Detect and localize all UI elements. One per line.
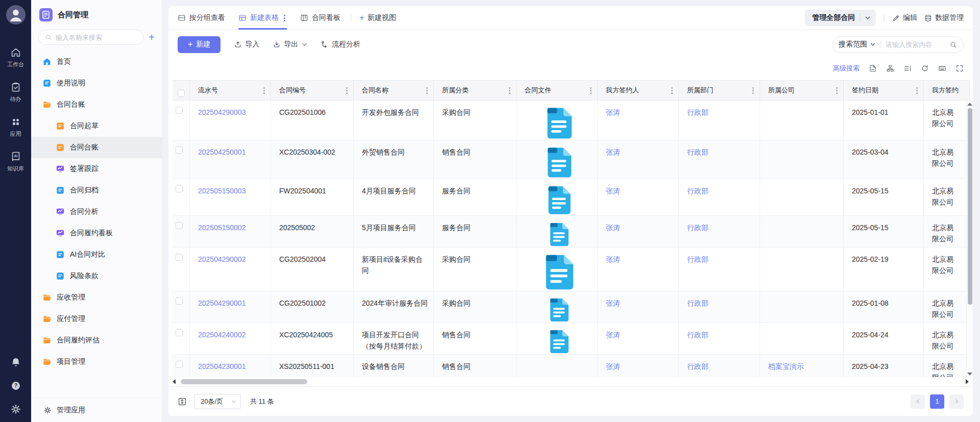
cell-value-signer[interactable]: 张涛 xyxy=(606,148,620,156)
add-button[interactable]: + xyxy=(149,32,155,42)
file-icon[interactable] xyxy=(525,297,593,322)
cell-value-serial[interactable]: 202504290001 xyxy=(198,299,246,307)
sidebar-item-合同台账[interactable]: 合同台账 xyxy=(31,137,162,158)
settings-icon[interactable] xyxy=(10,404,21,415)
file-icon[interactable] xyxy=(525,254,593,291)
cell-value-dept[interactable]: 行政部 xyxy=(687,255,708,263)
doc-export-icon[interactable] xyxy=(869,64,877,72)
scroll-down-arrow[interactable] xyxy=(967,373,972,376)
cell-value-dept[interactable]: 行政部 xyxy=(687,108,708,116)
kebab-icon[interactable] xyxy=(282,14,287,22)
vertical-scrollbar[interactable] xyxy=(966,101,973,377)
page-size-select[interactable]: 20条/页 xyxy=(194,394,241,409)
cell-value-dept[interactable]: 行政部 xyxy=(687,362,708,370)
search-icon[interactable] xyxy=(949,41,957,48)
refresh-icon[interactable] xyxy=(921,64,929,72)
edit-button[interactable]: 编辑 xyxy=(892,13,917,22)
sidebar-item-合同归档[interactable]: 合同归档 xyxy=(31,180,162,201)
tab-按分组查看[interactable]: 按分组查看 xyxy=(178,6,225,30)
row-checkbox[interactable] xyxy=(176,329,183,336)
cell-value-company[interactable]: 档案宝演示 xyxy=(768,362,804,370)
keyboard-icon[interactable] xyxy=(938,64,946,72)
sidebar-item-合同起草[interactable]: 合同起草 xyxy=(31,115,162,137)
tab-新建表格[interactable]: 新建表格 xyxy=(238,6,287,30)
row-checkbox[interactable] xyxy=(176,185,183,192)
cell-value-signer[interactable]: 张涛 xyxy=(606,362,620,370)
horizontal-scroll-thumb[interactable] xyxy=(181,379,307,384)
sidebar-item-应付管理[interactable]: 应付管理 xyxy=(31,308,162,330)
rail-item-应用[interactable]: 应用 xyxy=(7,116,24,138)
row-checkbox[interactable] xyxy=(176,146,183,154)
sidebar-item-合同分析[interactable]: 合同分析 xyxy=(31,201,162,222)
scroll-right-arrow[interactable] xyxy=(966,379,969,384)
sidebar-item-首页[interactable]: 首页 xyxy=(31,51,162,72)
sidebar-item-应收管理[interactable]: 应收管理 xyxy=(31,287,162,308)
cell-value-dept[interactable]: 行政部 xyxy=(687,187,708,195)
column-settings-icon[interactable] xyxy=(903,64,912,72)
manage-app-button[interactable]: 管理应用 xyxy=(31,398,162,422)
kebab-icon[interactable] xyxy=(589,86,593,95)
sidebar-item-签署跟踪[interactable]: 签署跟踪 xyxy=(31,158,162,180)
cell-value-signer[interactable]: 张涛 xyxy=(606,299,620,307)
cell-value-serial[interactable]: 202505150003 xyxy=(198,187,246,195)
flow-analysis-button[interactable]: 流程分析 xyxy=(321,40,360,49)
cell-value-signer[interactable]: 张涛 xyxy=(606,224,620,232)
cell-value-signer[interactable]: 张涛 xyxy=(606,187,620,195)
file-icon[interactable] xyxy=(525,329,593,354)
page-button-1[interactable]: 1 xyxy=(930,394,944,409)
row-checkbox[interactable] xyxy=(176,297,183,305)
prev-page-button[interactable] xyxy=(911,394,925,409)
cell-value-serial[interactable]: 202504290002 xyxy=(198,255,246,263)
sidebar-item-AI合同对比[interactable]: AI合同对比 xyxy=(31,244,162,265)
sidebar-item-风险条款[interactable]: 风险条款 xyxy=(31,265,162,287)
cell-value-dept[interactable]: 行政部 xyxy=(687,331,708,339)
row-height-icon[interactable] xyxy=(178,397,187,406)
kebab-icon[interactable] xyxy=(835,86,839,95)
rail-item-待办[interactable]: 待办 xyxy=(7,82,24,103)
avatar[interactable] xyxy=(6,5,26,24)
kebab-icon[interactable] xyxy=(262,86,266,95)
rail-item-知识库[interactable]: AI知识库 xyxy=(7,151,24,172)
kebab-icon[interactable] xyxy=(345,86,349,95)
export-button[interactable]: 导出 xyxy=(273,40,307,49)
sidebar-item-项目管理[interactable]: 项目管理 xyxy=(31,351,162,373)
cell-value-signer[interactable]: 张涛 xyxy=(606,331,620,339)
table-search-input[interactable] xyxy=(886,41,945,48)
manage-all-button[interactable]: 管理全部合同 xyxy=(805,10,876,26)
help-icon[interactable]: ? xyxy=(10,380,21,391)
row-checkbox[interactable] xyxy=(176,222,183,229)
cell-value-serial[interactable]: 202504230001 xyxy=(198,362,246,370)
search-scope-dropdown[interactable]: 搜索范围 xyxy=(839,40,876,49)
cell-value-serial[interactable]: 202504240002 xyxy=(198,331,246,339)
file-icon[interactable] xyxy=(525,185,593,215)
kebab-icon[interactable] xyxy=(751,86,755,95)
scroll-left-arrow[interactable] xyxy=(173,379,176,384)
kebab-icon[interactable] xyxy=(670,86,674,95)
data-manage-button[interactable]: 数据管理 xyxy=(924,13,964,22)
cell-value-dept[interactable]: 行政部 xyxy=(687,299,708,307)
next-page-button[interactable] xyxy=(949,394,964,409)
fullscreen-icon[interactable] xyxy=(955,64,964,72)
file-icon[interactable] xyxy=(525,146,593,179)
group-icon[interactable] xyxy=(886,64,894,72)
row-checkbox[interactable] xyxy=(176,254,183,261)
file-icon[interactable] xyxy=(525,222,593,247)
cell-value-signer[interactable]: 张涛 xyxy=(606,255,620,263)
kebab-icon[interactable] xyxy=(507,86,512,95)
tab-合同看板[interactable]: 合同看板 xyxy=(300,6,340,30)
cell-value-dept[interactable]: 行政部 xyxy=(687,148,708,156)
scroll-up-arrow[interactable] xyxy=(967,103,972,106)
file-icon[interactable] xyxy=(525,107,593,140)
sidebar-item-合同台账[interactable]: 合同台账 xyxy=(31,94,162,115)
sidebar-item-合同履约评估[interactable]: 合同履约评估 xyxy=(31,330,162,351)
cell-value-serial[interactable]: 202504250001 xyxy=(198,148,246,156)
row-checkbox[interactable] xyxy=(176,361,183,368)
sidebar-search-input[interactable] xyxy=(56,34,137,41)
cell-value-serial[interactable]: 202505150002 xyxy=(198,224,246,232)
new-view-button[interactable]: + 新建视图 xyxy=(359,13,396,23)
bell-icon[interactable] xyxy=(10,357,21,368)
sidebar-item-合同履约看板[interactable]: 合同履约看板 xyxy=(31,222,162,244)
cell-value-dept[interactable]: 行政部 xyxy=(687,224,708,232)
import-button[interactable]: 导入 xyxy=(234,40,259,49)
select-all-checkbox[interactable] xyxy=(178,90,185,97)
